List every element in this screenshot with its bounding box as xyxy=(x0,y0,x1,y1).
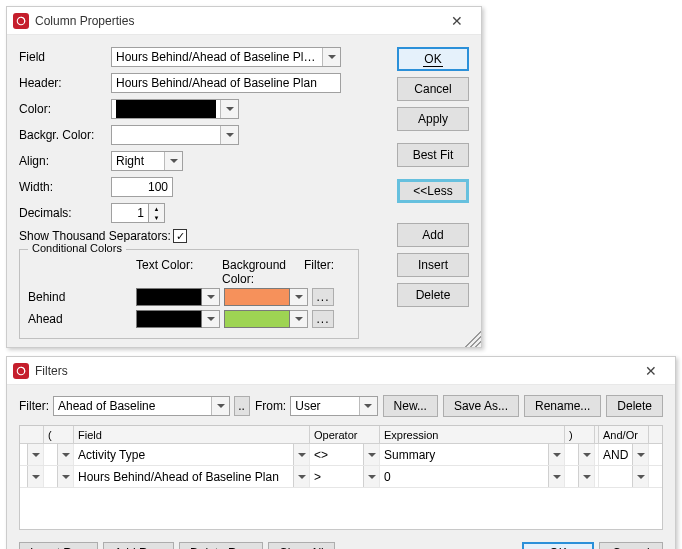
cancel-button[interactable]: Cancel xyxy=(599,542,663,549)
resize-grip[interactable] xyxy=(465,331,481,347)
insert-button[interactable]: Insert xyxy=(397,253,469,277)
col-operator[interactable]: Operator xyxy=(310,426,380,443)
operator-cell[interactable]: <> xyxy=(310,444,380,465)
header-label: Header: xyxy=(19,76,111,90)
expression-cell[interactable]: 0 xyxy=(380,466,565,487)
align-combo[interactable]: Right xyxy=(111,151,183,171)
insert-row-button[interactable]: Insert Row xyxy=(19,542,98,549)
chevron-down-icon[interactable] xyxy=(322,48,340,66)
col-paren-close[interactable]: ) xyxy=(565,426,595,443)
backgr-swatch xyxy=(116,126,216,144)
app-icon xyxy=(13,13,29,29)
criteria-grid: ( Field Operator Expression ) And/Or Act… xyxy=(19,425,663,530)
save-as-button[interactable]: Save As... xyxy=(443,395,519,417)
criteria-row: Hours Behind/Ahead of Baseline Plan > 0 xyxy=(20,466,662,488)
titlebar: Column Properties ✕ xyxy=(7,7,481,35)
cancel-button[interactable]: Cancel xyxy=(397,77,469,101)
ok-button[interactable]: OK xyxy=(397,47,469,71)
paren-open-cell[interactable] xyxy=(44,466,74,487)
less-button[interactable]: <<Less xyxy=(397,179,469,203)
cc-header: Text Color: Background Color: Filter: xyxy=(28,258,350,286)
paren-close-cell[interactable] xyxy=(565,444,595,465)
rename-button[interactable]: Rename... xyxy=(524,395,601,417)
filter-ellipsis-button[interactable]: ... xyxy=(312,310,334,328)
clear-all-button[interactable]: Clear All xyxy=(268,542,335,549)
col-and-or[interactable]: And/Or xyxy=(599,426,649,443)
andor-cell[interactable]: AND xyxy=(599,444,649,465)
add-button[interactable]: Add xyxy=(397,223,469,247)
filters-window: Filters ✕ Filter: Ahead of Baseline .. F… xyxy=(6,356,676,549)
color-label: Color: xyxy=(19,102,111,116)
filter-name-combo[interactable]: Ahead of Baseline xyxy=(53,396,230,416)
width-label: Width: xyxy=(19,180,111,194)
best-fit-button[interactable]: Best Fit xyxy=(397,143,469,167)
chevron-down-icon[interactable] xyxy=(290,288,308,306)
window-title: Column Properties xyxy=(35,14,437,28)
color-swatch xyxy=(116,100,216,118)
text-color-swatch[interactable] xyxy=(136,288,202,306)
field-cell[interactable]: Activity Type xyxy=(74,444,310,465)
field-combo[interactable]: Hours Behind/Ahead of Baseline Plan (Dec… xyxy=(111,47,341,67)
bg-color-swatch[interactable] xyxy=(224,288,290,306)
filter-ellipsis-button[interactable]: ... xyxy=(312,288,334,306)
filter-label: Filter: xyxy=(19,399,49,413)
cc-row-behind: Behind ... xyxy=(28,288,350,306)
color-combo[interactable] xyxy=(111,99,239,119)
delete-row-button[interactable]: Delete Row xyxy=(179,542,263,549)
paren-open-cell[interactable] xyxy=(44,444,74,465)
operator-cell[interactable]: > xyxy=(310,466,380,487)
add-row-button[interactable]: Add Row xyxy=(103,542,174,549)
ok-button[interactable]: OK xyxy=(522,542,594,549)
chevron-down-icon[interactable] xyxy=(290,310,308,328)
chevron-down-icon[interactable] xyxy=(164,152,182,170)
window-title: Filters xyxy=(35,364,631,378)
backgr-color-combo[interactable] xyxy=(111,125,239,145)
conditional-colors-group: Conditional Colors Text Color: Backgroun… xyxy=(19,249,359,339)
col-field[interactable]: Field xyxy=(74,426,310,443)
delete-filter-button[interactable]: Delete xyxy=(606,395,663,417)
field-cell[interactable]: Hours Behind/Ahead of Baseline Plan xyxy=(74,466,310,487)
decimals-label: Decimals: xyxy=(19,206,111,220)
chevron-down-icon[interactable] xyxy=(202,288,220,306)
titlebar: Filters ✕ xyxy=(7,357,675,385)
close-icon[interactable]: ✕ xyxy=(437,10,477,32)
header-input[interactable]: Hours Behind/Ahead of Baseline Plan xyxy=(111,73,341,93)
from-combo[interactable]: User xyxy=(290,396,377,416)
new-button[interactable]: New... xyxy=(383,395,438,417)
row-selector[interactable] xyxy=(20,466,44,487)
right-button-column: OK Cancel Apply Best Fit <<Less Add Inse… xyxy=(397,47,469,313)
width-input[interactable]: 100 xyxy=(111,177,173,197)
decimals-spinner[interactable]: 1 ▲▼ xyxy=(111,203,165,223)
bg-color-swatch[interactable] xyxy=(224,310,290,328)
chevron-down-icon[interactable] xyxy=(220,100,238,118)
field-label: Field xyxy=(19,50,111,64)
show-sep-checkbox[interactable] xyxy=(173,229,187,243)
group-legend: Conditional Colors xyxy=(28,242,126,254)
filter-browse-button[interactable]: .. xyxy=(234,396,250,416)
col-paren-open[interactable]: ( xyxy=(44,426,74,443)
andor-cell[interactable] xyxy=(599,466,649,487)
criteria-row: Activity Type <> Summary AND xyxy=(20,444,662,466)
spinner-arrows[interactable]: ▲▼ xyxy=(149,203,165,223)
column-properties-window: Column Properties ✕ OK Cancel Apply Best… xyxy=(6,6,482,348)
backgr-label: Backgr. Color: xyxy=(19,128,111,142)
align-label: Align: xyxy=(19,154,111,168)
col-expression[interactable]: Expression xyxy=(380,426,565,443)
app-icon xyxy=(13,363,29,379)
paren-close-cell[interactable] xyxy=(565,466,595,487)
close-icon[interactable]: ✕ xyxy=(631,360,671,382)
apply-button[interactable]: Apply xyxy=(397,107,469,131)
chevron-down-icon[interactable] xyxy=(211,397,229,415)
chevron-down-icon[interactable] xyxy=(359,397,377,415)
delete-button[interactable]: Delete xyxy=(397,283,469,307)
expression-cell[interactable]: Summary xyxy=(380,444,565,465)
chevron-down-icon[interactable] xyxy=(202,310,220,328)
text-color-swatch[interactable] xyxy=(136,310,202,328)
cc-row-ahead: Ahead ... xyxy=(28,310,350,328)
show-sep-label: Show Thousand Separators: xyxy=(19,229,173,243)
row-selector[interactable] xyxy=(20,444,44,465)
from-label: From: xyxy=(255,399,286,413)
chevron-down-icon[interactable] xyxy=(220,126,238,144)
